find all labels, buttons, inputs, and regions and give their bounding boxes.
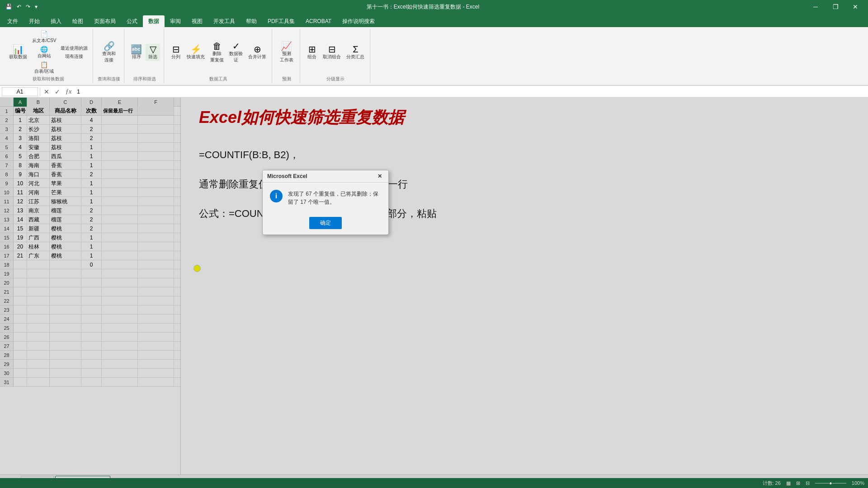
undo-icon[interactable]: ↶ [15, 3, 23, 11]
tab-help[interactable]: 帮助 [241, 15, 262, 27]
query-icon: 🔗 [104, 42, 115, 51]
tab-file[interactable]: 文件 [2, 15, 24, 27]
forecast-group-label: 预测 [282, 76, 291, 82]
cancel-formula-icon[interactable]: ✕ [42, 88, 51, 95]
data-validation-button[interactable]: ✓ 数据验证 [227, 41, 245, 64]
consolidate-icon: ⊕ [254, 45, 261, 54]
filter-button[interactable]: ▽ 筛选 [146, 44, 160, 61]
dialog-body: i 发现了 67 个重复值，已将其删除；保留了 17 个唯一值。 [263, 183, 388, 213]
from-web-button[interactable]: 🌐 自网站 [31, 45, 57, 60]
consolidate-label: 合并计算 [248, 54, 266, 60]
split-column-button[interactable]: ⊟ 分列 [169, 44, 183, 61]
from-web-icon: 🌐 [40, 46, 48, 53]
get-data-buttons: 📊 获取数据 📄 从文本/CSV 🌐 自网站 📋 自表/区域 [7, 30, 89, 75]
insert-function-icon[interactable]: ƒx [64, 88, 73, 95]
filter-label: 筛选 [148, 54, 157, 60]
forecast-label: 预测工作表 [280, 51, 293, 63]
sort-filter-group-label: 排序和筛选 [133, 76, 156, 82]
tab-formula[interactable]: 公式 [121, 15, 143, 27]
from-table-icon: 📋 [40, 61, 48, 68]
custom-icon[interactable]: ▾ [33, 3, 39, 11]
outline-buttons: ⊞ 组合 ⊟ 取消组合 Σ 分类汇总 [305, 30, 366, 75]
tab-pdf[interactable]: PDF工具集 [262, 15, 300, 27]
dialog-info-icon: i [270, 190, 283, 202]
formula-input[interactable] [75, 87, 866, 96]
query-label: 查询和连接 [102, 51, 116, 63]
dialog-close-button[interactable]: ✕ [376, 173, 384, 179]
ungroup-icon: ⊟ [328, 45, 336, 54]
existing-connections-button[interactable]: 现有连接 [59, 53, 89, 60]
tab-view[interactable]: 视图 [186, 15, 208, 27]
consolidate-button[interactable]: ⊕ 合并计算 [246, 44, 268, 61]
validation-icon: ✓ [232, 42, 240, 51]
titlebar: 💾 ↶ ↷ ▾ 第十一书：Excel如何快速筛选重复数据 - Excel ─ ❐… [0, 0, 868, 14]
close-button[interactable]: ✕ [846, 0, 864, 14]
get-data-icon: 📊 [13, 45, 24, 54]
get-data-button[interactable]: 📊 获取数据 [7, 44, 29, 61]
maximize-button[interactable]: ❐ [826, 0, 844, 14]
forecast-icon: 📈 [281, 42, 292, 51]
group-button[interactable]: ⊞ 组合 [305, 44, 319, 61]
get-data-group-label: 获取和转换数据 [33, 76, 64, 82]
validation-label: 数据验证 [229, 51, 243, 63]
tab-developer[interactable]: 开发工具 [208, 15, 241, 27]
name-box[interactable] [2, 87, 38, 96]
window-controls[interactable]: ─ ❐ ✕ [807, 0, 864, 14]
remove-dup-icon: 🗑 [212, 42, 222, 51]
data-tools-group-label: 数据工具 [209, 76, 227, 82]
recent-sources-button[interactable]: 最近使用的源 [59, 45, 89, 52]
flash-fill-icon: ⚡ [190, 45, 202, 54]
dialog-footer: 确定 [263, 213, 388, 235]
from-text-button[interactable]: 📄 从文本/CSV [31, 30, 57, 44]
ungroup-button[interactable]: ⊟ 取消组合 [321, 44, 343, 61]
save-icon[interactable]: 💾 [4, 3, 14, 11]
from-text-label: 从文本/CSV [32, 38, 56, 44]
sort-button[interactable]: 🔤 排序 [129, 44, 144, 61]
forecast-sheet-button[interactable]: 📈 预测工作表 [278, 41, 295, 64]
forecast-buttons: 📈 预测工作表 [278, 30, 295, 75]
tab-layout[interactable]: 页面布局 [89, 15, 121, 27]
subtotal-button[interactable]: Σ 分类汇总 [344, 44, 366, 61]
minimize-button[interactable]: ─ [807, 0, 825, 14]
group-sort-filter: 🔤 排序 ▽ 筛选 排序和筛选 [125, 29, 164, 83]
confirm-formula-icon[interactable]: ✓ [53, 88, 62, 95]
tab-data[interactable]: 数据 [143, 15, 165, 27]
tab-review[interactable]: 审阅 [165, 15, 186, 27]
dialog-message: 发现了 67 个重复值，已将其删除；保留了 17 个唯一值。 [288, 190, 381, 206]
tab-start[interactable]: 开始 [24, 15, 45, 27]
from-table-button[interactable]: 📋 自表/区域 [31, 61, 57, 75]
ribbon-tab-bar: 文件 开始 插入 绘图 页面布局 公式 数据 审阅 视图 开发工具 帮助 PDF… [0, 14, 868, 27]
from-web-label: 自网站 [38, 53, 51, 59]
dialog-title-bar: Microsoft Excel ✕ [263, 170, 388, 183]
from-text-icon: 📄 [40, 30, 48, 38]
quick-access[interactable]: 💾 ↶ ↷ ▾ [4, 3, 39, 11]
get-data-label: 获取数据 [9, 54, 27, 60]
filter-icon: ▽ [150, 45, 156, 54]
tab-search[interactable]: 操作说明搜索 [337, 15, 380, 27]
split-icon: ⊟ [172, 45, 180, 54]
group-data-tools: ⊟ 分列 ⚡ 快速填充 🗑 删除重复值 ✓ 数据验证 ⊕ 合并计算 [165, 29, 272, 83]
tab-acrobat[interactable]: ACROBAT [300, 15, 337, 27]
ungroup-label: 取消组合 [323, 54, 341, 60]
query-connections-button[interactable]: 🔗 查询和连接 [100, 41, 118, 64]
flash-fill-button[interactable]: ⚡ 快速填充 [185, 44, 207, 61]
redo-icon[interactable]: ↷ [24, 3, 32, 11]
group-label: 组合 [307, 54, 316, 60]
remove-duplicates-button[interactable]: 🗑 删除重复值 [208, 41, 226, 64]
dialog-overlay: Microsoft Excel ✕ i 发现了 67 个重复值，已将其删除；保留… [0, 98, 868, 488]
tab-draw[interactable]: 绘图 [67, 15, 89, 27]
group-outline: ⊞ 组合 ⊟ 取消组合 Σ 分类汇总 分级显示 [301, 29, 370, 83]
formula-bar: ✕ ✓ ƒx [0, 86, 868, 98]
dialog-ok-button[interactable]: 确定 [309, 217, 342, 229]
flash-fill-label: 快速填充 [187, 54, 205, 60]
subtotal-icon: Σ [353, 45, 358, 54]
tab-insert[interactable]: 插入 [45, 15, 67, 27]
group-icon: ⊞ [308, 45, 316, 54]
data-tools-buttons: ⊟ 分列 ⚡ 快速填充 🗑 删除重复值 ✓ 数据验证 ⊕ 合并计算 [169, 30, 268, 75]
sort-label: 排序 [132, 54, 141, 60]
formula-divider [40, 87, 40, 96]
dialog-title: Microsoft Excel [267, 173, 307, 179]
split-label: 分列 [171, 54, 180, 60]
existing-connections-label: 现有连接 [65, 53, 83, 60]
query-group-label: 查询和连接 [98, 76, 120, 82]
